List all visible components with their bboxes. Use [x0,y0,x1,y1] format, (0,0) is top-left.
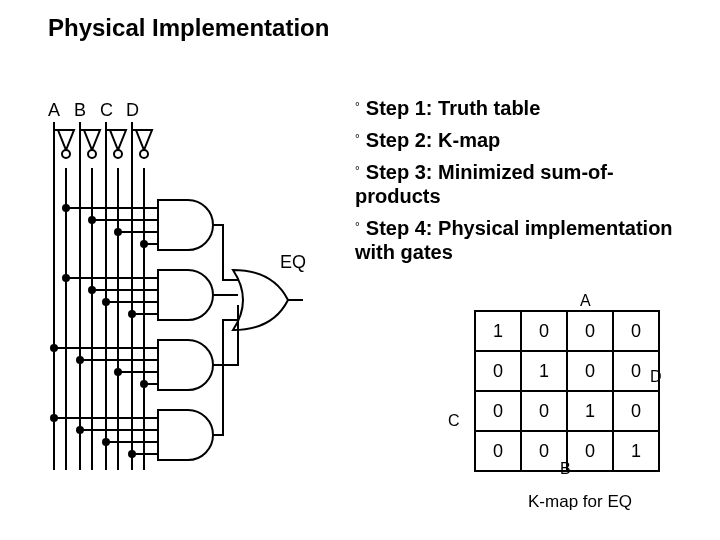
kmap-cell: 1 [613,431,659,471]
svg-marker-15 [110,130,126,150]
steps-list: °Step 1: Truth table °Step 2: K-map °Ste… [355,88,695,272]
svg-point-27 [141,241,147,247]
kmap-cell: 0 [475,351,521,391]
svg-point-35 [129,311,135,317]
svg-point-39 [77,357,83,363]
input-C: C [100,100,113,120]
svg-marker-9 [58,130,74,150]
and-gate-icon [158,200,213,460]
kmap-table: 1 0 0 0 0 1 0 0 0 0 1 0 0 [474,310,660,472]
svg-point-23 [89,217,95,223]
kmap-cell: 0 [521,311,567,351]
kmap-label-B: B [560,460,571,478]
step-1: °Step 1: Truth table [355,96,695,120]
kmap-cell: 0 [567,431,613,471]
svg-point-21 [63,205,69,211]
svg-point-16 [114,150,122,158]
bullet-icon: ° [355,128,360,146]
kmap-cell: 0 [567,351,613,391]
input-B: B [74,100,86,120]
step-4: °Step 4: Physical implementation with ga… [355,216,695,264]
kmap-label-A: A [580,292,591,310]
svg-point-43 [141,381,147,387]
not-gate-icon [54,130,152,158]
kmap-cell: 0 [521,391,567,431]
svg-point-31 [89,287,95,293]
bullet-icon: ° [355,96,360,114]
svg-marker-12 [84,130,100,150]
svg-point-25 [115,229,121,235]
kmap-cell: 1 [475,311,521,351]
kmap-cell: 0 [613,391,659,431]
kmap-label-C: C [448,412,460,430]
step-3: °Step 3: Minimized sum-of-products [355,160,695,208]
input-D: D [126,100,139,120]
bullet-icon: ° [355,216,360,234]
kmap-label-D: D [650,368,662,386]
svg-point-47 [77,427,83,433]
svg-point-10 [62,150,70,158]
svg-point-37 [51,345,57,351]
page-title: Physical Implementation [48,14,329,42]
svg-point-33 [103,299,109,305]
svg-marker-18 [136,130,152,150]
step-2: °Step 2: K-map [355,128,695,152]
svg-point-41 [115,369,121,375]
svg-point-13 [88,150,96,158]
kmap-cell: 1 [567,391,613,431]
svg-point-19 [140,150,148,158]
svg-point-51 [129,451,135,457]
output-label: EQ [280,252,306,272]
input-A: A [48,100,60,120]
kmap-cell: 1 [521,351,567,391]
kmap-cell: 0 [567,311,613,351]
or-gate-icon [233,270,288,330]
kmap-cell: 0 [475,431,521,471]
svg-point-45 [51,415,57,421]
kmap-caption: K-map for EQ [470,492,690,512]
svg-point-29 [63,275,69,281]
circuit-diagram: A B C D [48,100,308,480]
kmap-cell: 0 [613,311,659,351]
kmap: A B C D 1 0 0 0 0 1 0 0 0 0 [440,310,690,512]
bullet-icon: ° [355,160,360,178]
kmap-cell: 0 [475,391,521,431]
svg-point-49 [103,439,109,445]
